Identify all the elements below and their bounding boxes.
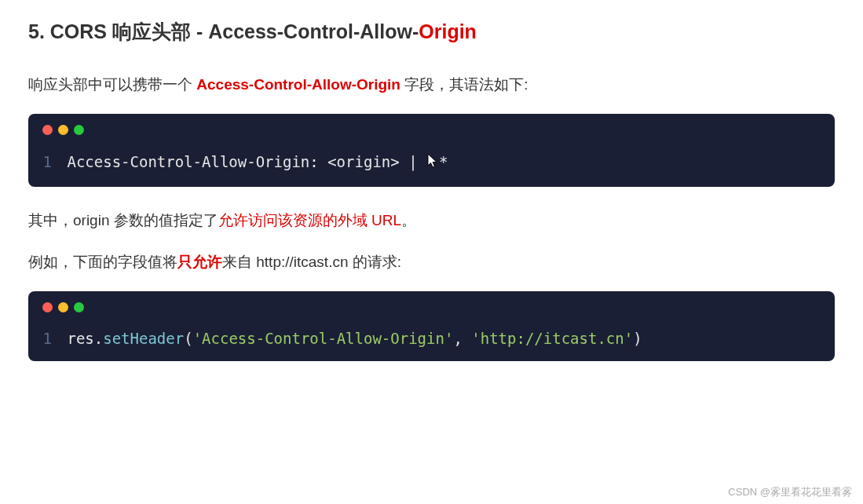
- para1-before: 响应头部中可以携带一个: [28, 76, 196, 93]
- paragraph-1: 响应头部中可以携带一个 Access-Control-Allow-Origin …: [28, 73, 835, 97]
- code-method: setHeader: [103, 330, 184, 347]
- code-obj: res: [67, 330, 93, 347]
- cursor-pointer-icon: [426, 152, 439, 173]
- para2-before: 其中，origin 参数的值指定了: [28, 212, 218, 228]
- para3-bold: 只允许: [177, 254, 222, 270]
- line-number: 1: [42, 153, 52, 170]
- minimize-dot-icon: [58, 125, 68, 135]
- minimize-dot-icon: [58, 302, 68, 312]
- code-string-1: 'Access-Control-Allow-Origin': [193, 330, 454, 347]
- para3-before: 例如，下面的字段值将: [28, 254, 177, 270]
- line-number: 1: [42, 330, 52, 347]
- close-dot-icon: [42, 125, 53, 135]
- code-string-2: 'http://itcast.cn': [471, 330, 633, 347]
- paragraph-3: 例如，下面的字段值将只允许来自 http://itcast.cn 的请求:: [28, 250, 835, 274]
- window-controls: [42, 302, 821, 312]
- code-line-1: 1 res.setHeader('Access-Control-Allow-Or…: [42, 330, 821, 347]
- close-dot-icon: [42, 302, 53, 312]
- para3-after: 来自 http://itcast.cn 的请求:: [222, 254, 401, 270]
- code-block-1: 1 Access-Control-Allow-Origin: <origin> …: [28, 114, 835, 187]
- para1-bold: Access-Control-Allow-Origin: [196, 76, 400, 93]
- code-block-2: 1 res.setHeader('Access-Control-Allow-Or…: [28, 291, 835, 361]
- code-text: Access-Control-Allow-Origin: <origin> |: [67, 153, 426, 170]
- window-controls: [42, 125, 821, 135]
- code-close: ): [633, 330, 642, 347]
- code-comma: ,: [453, 330, 471, 347]
- paragraph-2: 其中，origin 参数的值指定了允许访问该资源的外域 URL。: [28, 209, 835, 232]
- para2-after: 。: [401, 212, 416, 228]
- watermark: CSDN @雾里看花花里看雾: [728, 485, 852, 499]
- section-heading: 5. CORS 响应头部 - Access-Control-Allow-Orig…: [28, 19, 835, 45]
- code-open: (: [184, 330, 192, 347]
- heading-prefix: 5. CORS 响应头部 - Access-Control-Allow-: [28, 20, 419, 42]
- para1-after: 字段，其语法如下:: [400, 76, 528, 93]
- maximize-dot-icon: [74, 302, 84, 312]
- para2-red: 允许访问该资源的外域 URL: [218, 212, 401, 228]
- heading-highlight: Origin: [419, 20, 477, 42]
- code-dot: .: [94, 330, 103, 347]
- code-line-1: 1 Access-Control-Allow-Origin: <origin> …: [42, 152, 821, 173]
- code-tail: *: [439, 153, 448, 170]
- maximize-dot-icon: [74, 125, 84, 135]
